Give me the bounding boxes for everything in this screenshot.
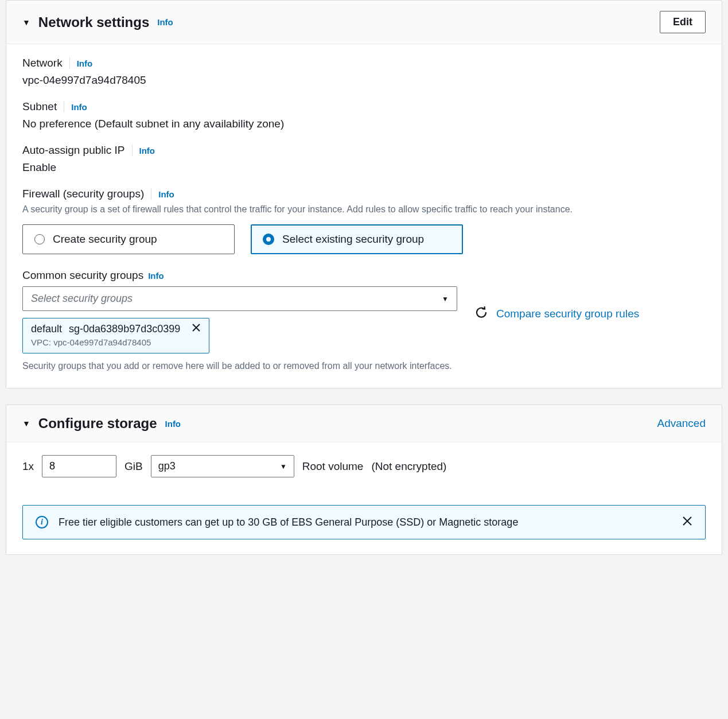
autoip-value: Enable [22,161,706,174]
divider [69,57,70,69]
network-value: vpc-04e997d7a94d78405 [22,74,706,87]
network-header-left: ▼ Network settings Info [22,14,173,30]
sg-row: Select security groups ▼ default sg-0da6… [22,286,706,373]
autoip-label: Auto-assign public IP [22,144,125,157]
refresh-icon[interactable] [474,306,488,320]
sg-right: Compare security group rules [474,286,639,322]
subnet-label: Subnet [22,100,57,113]
subnet-field-info[interactable]: Info [71,102,87,112]
firewall-field-info[interactable]: Info [158,189,174,199]
network-panel-body: Network Info vpc-04e997d7a94d78405 Subne… [6,44,722,388]
volume-type-select[interactable]: gp3 ▼ [151,455,294,477]
network-info-link[interactable]: Info [157,17,173,27]
configure-storage-panel: ▼ Configure storage Info Advanced 1x GiB… [6,405,722,555]
chevron-down-icon: ▼ [442,295,449,303]
chip-top: default sg-0da6389b97d3c0399 [31,323,201,335]
radio-icon [263,234,274,245]
radio-select-label: Select existing security group [282,233,424,246]
radio-select-existing-sg[interactable]: Select existing security group [251,224,463,254]
banner-close-icon[interactable] [682,516,692,528]
network-title: Network settings [38,14,149,30]
autoip-field-row: Auto-assign public IP Info [22,144,706,157]
collapse-icon[interactable]: ▼ [22,18,30,27]
chevron-down-icon: ▼ [280,463,287,471]
network-settings-panel: ▼ Network settings Info Edit Network Inf… [6,0,722,388]
sg-left: Select security groups ▼ default sg-0da6… [22,286,457,373]
storage-header-left: ▼ Configure storage Info [22,415,181,432]
sg-helper-text: Security groups that you add or remove h… [22,359,457,373]
autoip-field-info[interactable]: Info [139,146,155,156]
storage-title: Configure storage [38,415,157,432]
chip-vpc: VPC: vpc-04e997d7a94d78405 [31,337,201,347]
radio-icon [34,234,45,244]
firewall-desc: A security group is a set of firewall ru… [22,203,706,216]
chip-remove-icon[interactable] [192,323,201,335]
firewall-field-row: Firewall (security groups) Info [22,188,706,200]
edit-button[interactable]: Edit [660,11,706,33]
info-icon: i [36,516,48,528]
select-placeholder: Select security groups [31,293,133,305]
firewall-radio-group: Create security group Select existing se… [22,224,706,254]
common-sg-info[interactable]: Info [148,271,164,281]
storage-panel-body: 1x GiB gp3 ▼ Root volume (Not encrypted)… [6,442,722,554]
volume-count: 1x [22,460,34,473]
network-field-info[interactable]: Info [77,59,93,68]
storage-panel-header: ▼ Configure storage Info Advanced [6,405,722,442]
sg-chip-default: default sg-0da6389b97d3c0399 VPC: vpc-04… [22,318,209,353]
volume-unit: GiB [124,460,143,473]
volume-size-input[interactable] [42,455,116,477]
encryption-label: (Not encrypted) [371,460,446,473]
volume-type-value: gp3 [158,460,176,472]
banner-text: Free tier eligible customers can get up … [59,516,672,528]
security-groups-select[interactable]: Select security groups ▼ [22,286,457,311]
firewall-label: Firewall (security groups) [22,188,144,200]
network-label: Network [22,57,63,69]
subnet-value: No preference (Default subnet in any ava… [22,118,706,130]
chip-name: default [31,323,62,335]
chip-id: sg-0da6389b97d3c0399 [69,323,180,335]
divider [64,101,64,112]
radio-create-label: Create security group [53,233,157,246]
network-field-row: Network Info [22,57,706,69]
common-sg-label: Common security groups [22,269,143,282]
network-panel-header: ▼ Network settings Info Edit [6,1,722,44]
free-tier-banner: i Free tier eligible customers can get u… [22,505,706,539]
common-sg-label-row: Common security groups Info [22,269,706,282]
collapse-icon[interactable]: ▼ [22,419,30,428]
subnet-field-row: Subnet Info [22,100,706,113]
radio-create-sg[interactable]: Create security group [22,224,235,254]
storage-info-link[interactable]: Info [165,419,181,429]
compare-sg-rules-link[interactable]: Compare security group rules [496,306,639,322]
storage-volume-row: 1x GiB gp3 ▼ Root volume (Not encrypted) [22,455,706,477]
divider [132,145,133,156]
storage-advanced-link[interactable]: Advanced [657,417,706,430]
divider [151,188,151,200]
root-volume-label: Root volume [302,460,364,473]
